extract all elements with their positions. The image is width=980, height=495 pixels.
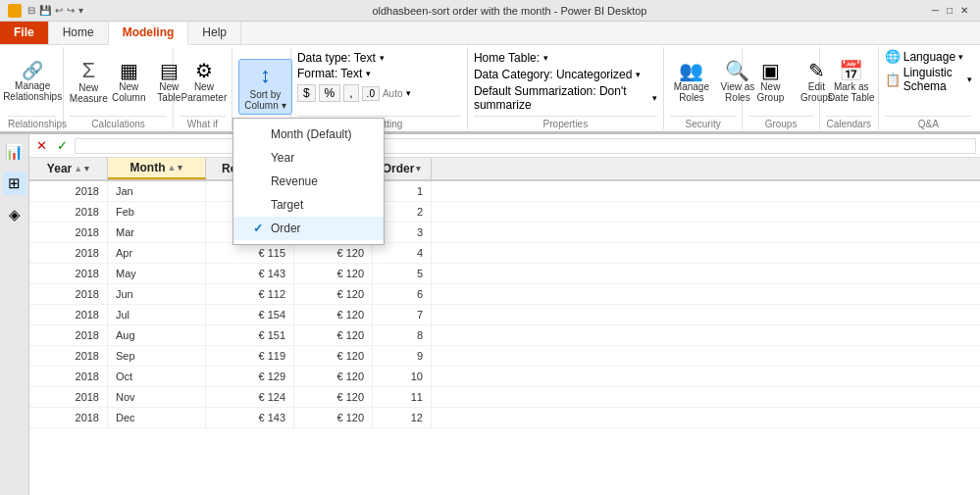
new-parameter-btn[interactable]: ⚙ NewParameter bbox=[180, 58, 229, 106]
sort-option-revenue[interactable]: Revenue bbox=[233, 170, 384, 193]
tab-file[interactable]: File bbox=[0, 22, 49, 44]
home-table-label: Home Table: bbox=[474, 51, 540, 65]
new-group-icon: ▣ bbox=[761, 61, 780, 80]
manage-roles-btn[interactable]: 👥 ManageRoles bbox=[670, 58, 713, 106]
currency-btn[interactable]: $ bbox=[297, 84, 316, 102]
cell-target: € 120 bbox=[294, 387, 373, 407]
col-sort-icon-year: ▲ bbox=[74, 164, 82, 173]
group-label-groups: Groups bbox=[748, 116, 812, 129]
main-area: 📊 ⊞ ◈ ✕ ✓ Year ▲ ▾ Month ▲ ▾ Revenue bbox=[0, 134, 980, 495]
sort-option-month-default[interactable]: Month (Default) bbox=[233, 123, 384, 146]
sort-by-column-btn[interactable]: ↕ Sort byColumn ▾ bbox=[238, 59, 292, 115]
sort-option-year[interactable]: Year bbox=[233, 146, 384, 170]
ribbon-group-properties: Home Table: ▾ Data Category: Uncategoriz… bbox=[468, 47, 664, 129]
table-row: 2018 Nov € 124 € 120 11 bbox=[29, 387, 980, 408]
ribbon-group-qa: 🌐 Language ▾ 📋 Linguistic Schema ▾ Q&A bbox=[879, 47, 978, 129]
sort-option-target[interactable]: Target bbox=[233, 193, 384, 217]
window-min[interactable]: ─ bbox=[928, 5, 943, 16]
sort-check-icon: ✓ bbox=[253, 222, 267, 235]
format-buttons-row: $ % , .0 Auto ▾ bbox=[297, 84, 411, 102]
group-label-security: Security bbox=[670, 116, 736, 129]
table-row: 2018 Feb € 111 € 120 2 bbox=[29, 202, 980, 223]
linguistic-schema-row[interactable]: 📋 Linguistic Schema ▾ bbox=[885, 66, 972, 93]
new-measure-btn[interactable]: Σ NewMeasure bbox=[70, 57, 107, 107]
window-close[interactable]: ✕ bbox=[956, 5, 972, 16]
table-row: 2018 Apr € 115 € 120 4 bbox=[29, 243, 980, 264]
table-row: 2018 Sep € 119 € 120 9 bbox=[29, 346, 980, 367]
ribbon-tabs-row: File Home Modeling Help bbox=[0, 22, 980, 45]
mark-as-date-table-icon: 📅 bbox=[839, 61, 863, 80]
format-dropdown[interactable]: ▾ bbox=[366, 69, 371, 78]
manage-relationships-btn[interactable]: 🔗 ManageRelationships bbox=[8, 59, 57, 105]
mark-as-date-table-btn[interactable]: 📅 Mark asDate Table bbox=[826, 58, 877, 106]
cell-target: € 120 bbox=[294, 264, 373, 283]
cell-year: 2018 bbox=[29, 181, 108, 201]
sidebar-icon-report[interactable]: 📊 bbox=[3, 140, 26, 164]
cell-month: Jan bbox=[108, 181, 206, 201]
new-group-btn[interactable]: ▣ NewGroup bbox=[748, 58, 792, 106]
col-dd-icon-order[interactable]: ▾ bbox=[416, 164, 421, 173]
summarization-row: Default Summarization: Don't summarize ▾ bbox=[474, 84, 657, 112]
language-row[interactable]: 🌐 Language ▾ bbox=[885, 49, 963, 64]
sort-by-column-icon: ↕ bbox=[260, 63, 271, 88]
sort-dropdown: Month (Default) Year Revenue Target ✓ Or… bbox=[232, 118, 385, 245]
auto-dropdown[interactable]: ▾ bbox=[406, 88, 411, 98]
manage-relationships-icon: 🔗 bbox=[22, 62, 43, 79]
decrease-decimal-btn[interactable]: .0 bbox=[362, 86, 380, 101]
data-category-dropdown[interactable]: ▾ bbox=[636, 70, 641, 79]
tab-help[interactable]: Help bbox=[188, 22, 241, 44]
cell-target: € 120 bbox=[294, 408, 373, 427]
format-label: Format: Text bbox=[297, 67, 362, 80]
formula-input[interactable] bbox=[75, 138, 976, 154]
table-row: 2018 Dec € 143 € 120 12 bbox=[29, 408, 980, 428]
cell-revenue: € 119 bbox=[206, 346, 294, 366]
cell-month: Aug bbox=[108, 325, 206, 345]
new-parameter-label: NewParameter bbox=[181, 81, 228, 103]
col-dd-icon-year[interactable]: ▾ bbox=[84, 164, 89, 173]
ribbon-group-relationships: 🔗 ManageRelationships Relationships bbox=[2, 47, 64, 129]
sidebar: 📊 ⊞ ◈ bbox=[0, 134, 29, 495]
cell-year: 2018 bbox=[29, 202, 108, 222]
tab-modeling[interactable]: Modeling bbox=[109, 22, 189, 45]
sidebar-icon-model[interactable]: ◈ bbox=[3, 203, 26, 226]
col-dd-icon-month[interactable]: ▾ bbox=[178, 163, 182, 173]
formula-cancel-btn[interactable]: ✕ bbox=[33, 138, 50, 153]
col-header-year[interactable]: Year ▲ ▾ bbox=[29, 158, 108, 179]
ribbon-group-security: 👥 ManageRoles 🔍 View asRoles Security bbox=[664, 47, 743, 129]
ribbon-group-whatif: ⚙ NewParameter What if bbox=[174, 47, 232, 129]
sort-option-order[interactable]: ✓ Order bbox=[233, 217, 384, 240]
summarization-dropdown[interactable]: ▾ bbox=[652, 93, 657, 103]
cell-order: 11 bbox=[373, 387, 432, 407]
ribbon-group-calendars: 📅 Mark asDate Table Calendars bbox=[820, 47, 879, 129]
col-header-order-label: Order bbox=[383, 162, 415, 175]
comma-btn[interactable]: , bbox=[343, 84, 358, 102]
cell-order: 12 bbox=[373, 408, 432, 427]
manage-roles-label: ManageRoles bbox=[674, 81, 709, 103]
cell-revenue: € 115 bbox=[206, 243, 294, 263]
window-title: oldhasbeen-sort order with the month - P… bbox=[91, 5, 928, 17]
new-column-btn[interactable]: ▦ NewColumn bbox=[110, 58, 147, 106]
percent-btn[interactable]: % bbox=[319, 84, 341, 102]
data-area: ✕ ✓ Year ▲ ▾ Month ▲ ▾ Revenue ▾ Target … bbox=[29, 134, 980, 495]
new-measure-label: NewMeasure bbox=[70, 82, 108, 104]
data-type-label: Data type: Text bbox=[297, 51, 376, 65]
cell-year: 2018 bbox=[29, 367, 108, 386]
manage-relationships-label: ManageRelationships bbox=[3, 80, 62, 102]
ribbon-body: 🔗 ManageRelationships Relationships Σ Ne… bbox=[0, 45, 980, 132]
sidebar-icon-data[interactable]: ⊞ bbox=[3, 172, 26, 195]
language-icon: 🌐 bbox=[885, 49, 901, 64]
window-max[interactable]: □ bbox=[943, 5, 956, 16]
tab-home[interactable]: Home bbox=[49, 22, 109, 44]
ribbon-group-calculations: Σ NewMeasure ▦ NewColumn ▤ NewTable Calc… bbox=[64, 47, 174, 129]
data-type-dropdown[interactable]: ▾ bbox=[380, 53, 385, 63]
col-header-month-label: Month bbox=[130, 161, 166, 174]
col-header-month[interactable]: Month ▲ ▾ bbox=[108, 158, 206, 179]
formula-accept-btn[interactable]: ✓ bbox=[54, 138, 71, 153]
group-label-qa: Q&A bbox=[885, 116, 972, 129]
cell-month: Jul bbox=[108, 305, 206, 324]
data-type-row: Data type: Text ▾ bbox=[297, 51, 385, 65]
cell-month: Jun bbox=[108, 284, 206, 304]
cell-order: 10 bbox=[373, 367, 432, 386]
cell-target: € 120 bbox=[294, 284, 373, 304]
home-table-dropdown[interactable]: ▾ bbox=[543, 53, 548, 63]
